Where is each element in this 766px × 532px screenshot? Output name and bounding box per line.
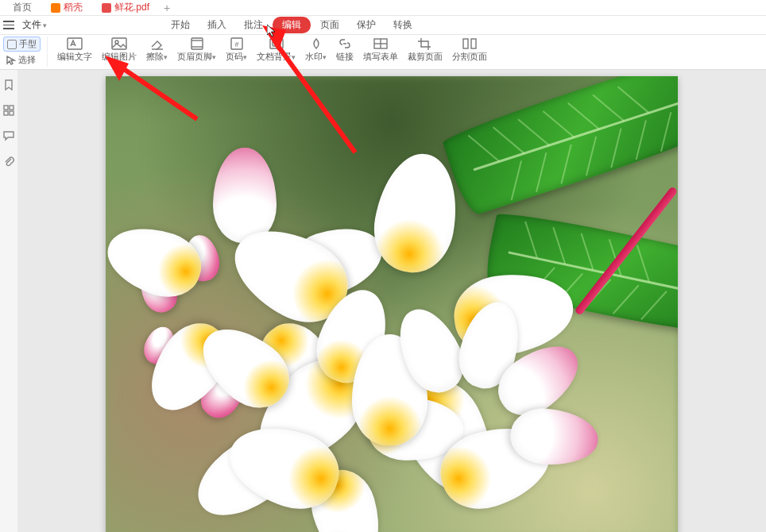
rb-label: 擦除▾ [146,51,168,63]
tab-home[interactable]: 首页 [3,0,41,15]
rb-label: 编辑图片 [102,51,137,63]
rb-label: 页码▾ [226,51,247,63]
link-icon [336,37,354,51]
comment-panel-icon[interactable] [3,130,14,141]
tab-bar: 首页 稻壳 鲜花.pdf + [0,0,766,16]
svg-rect-1 [112,38,126,49]
rb-crop-page[interactable]: 裁剪页面 [403,37,447,63]
tab-label: 稻壳 [64,1,83,14]
crop-icon [416,37,434,51]
app-icon [51,3,60,13]
rb-header-footer[interactable]: 页眉页脚▾ [172,37,221,63]
menu-item-protect[interactable]: 保护 [349,17,384,33]
rb-split-page[interactable]: 分割页面 [447,37,492,63]
svg-rect-3 [192,38,203,49]
tool-hand[interactable]: 手型 [3,37,41,52]
svg-rect-16 [10,106,14,110]
file-menu[interactable]: 文件 ▾ [19,17,50,33]
form-icon [372,37,389,51]
rb-erase[interactable]: 擦除▾ [141,37,172,63]
menu-item-insert[interactable]: 插入 [199,17,234,33]
erase-icon [149,37,166,51]
viewport[interactable] [17,70,766,532]
menu-item-page[interactable]: 页面 [312,17,347,33]
edit-image-icon [110,37,128,51]
rb-label: 裁剪页面 [408,51,443,63]
hand-icon [7,40,17,49]
svg-rect-15 [4,106,8,110]
attachment-icon[interactable] [3,156,14,167]
menu-item-edit[interactable]: 编辑 [273,17,311,33]
rb-fill-form[interactable]: 填写表单 [358,37,403,63]
tool-label: 选择 [18,54,36,66]
tab-label: 首页 [13,1,32,14]
tab-add-button[interactable]: + [159,0,175,15]
pdf-page [106,76,678,532]
mouse-cursor-icon [267,25,277,40]
left-strip [0,70,17,167]
menu-bar: 文件 ▾ 开始 插入 批注 编辑 页面 保护 转换 [0,16,766,35]
split-icon [461,37,478,51]
tool-label: 手型 [19,38,37,50]
rb-watermark[interactable]: 水印▾ [300,37,331,63]
rb-page-number[interactable]: # 页码▾ [221,37,252,63]
rb-link[interactable]: 链接 [331,37,358,63]
menu-item-start[interactable]: 开始 [163,17,198,33]
rb-doc-background[interactable]: 文档背景▾ [252,37,300,63]
svg-rect-17 [4,111,8,115]
bookmark-icon[interactable] [3,79,14,91]
rb-label: 填写表单 [363,51,398,63]
rb-edit-text[interactable]: 编辑文字 [52,37,97,63]
watermark-icon [308,37,325,51]
rb-label: 链接 [336,51,354,63]
flower-cluster-image [137,172,551,513]
cursor-icon [6,56,16,65]
tab-doc2[interactable]: 鲜花.pdf [92,0,159,15]
rb-edit-image[interactable]: 编辑图片 [97,37,141,63]
svg-rect-14 [471,39,476,48]
hamburger-icon[interactable] [3,20,14,31]
chevron-down-icon: ▾ [43,21,47,29]
rb-label: 文档背景▾ [257,51,296,63]
header-footer-icon [188,37,206,51]
thumbnails-icon[interactable] [3,105,14,116]
pdf-icon [102,3,111,13]
svg-rect-9 [273,41,280,46]
ribbon: 手型 选择 编辑文字 编辑图片 擦除▾ 页眉页脚▾ [0,35,766,70]
menu-item-convert[interactable]: 转换 [385,17,420,33]
svg-rect-13 [463,39,468,48]
file-label: 文件 [22,18,41,32]
tab-doc1[interactable]: 稻壳 [41,0,92,15]
menu-item-annot[interactable]: 批注 [236,17,271,33]
rb-label: 水印▾ [305,51,327,63]
tool-select[interactable]: 选择 [3,53,41,67]
rb-label: 页眉页脚▾ [177,51,216,63]
edit-text-icon [66,37,83,51]
svg-text:#: # [234,40,238,48]
rb-label: 编辑文字 [57,51,92,63]
tab-label: 鲜花.pdf [114,1,149,14]
page-number-icon: # [228,37,246,51]
menu-items: 开始 插入 批注 编辑 页面 保护 转换 [163,17,420,33]
rb-label: 分割页面 [452,51,487,63]
svg-rect-18 [10,111,14,115]
